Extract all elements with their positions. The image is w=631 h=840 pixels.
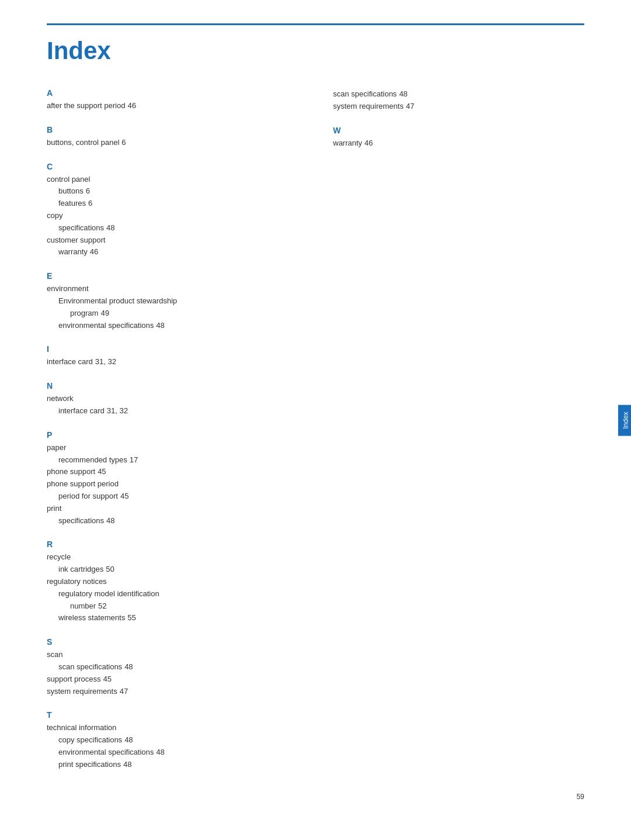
entry-interface-card: interface card31, 32: [47, 356, 298, 368]
section-w: W warranty46: [333, 126, 584, 150]
section-a: A after the support period46: [47, 88, 298, 112]
entry-network: network interface card31, 32: [47, 393, 298, 417]
letter-e: E: [47, 271, 298, 281]
section-b: B buttons, control panel6: [47, 125, 298, 149]
letter-s: S: [47, 637, 298, 647]
left-column: A after the support period46 B buttons, …: [47, 88, 298, 783]
letter-a: A: [47, 88, 298, 98]
letter-i: I: [47, 344, 298, 354]
letter-p: P: [47, 430, 298, 440]
section-r: R recycle ink cartridges50 regulatory no…: [47, 540, 298, 624]
section-i: I interface card31, 32: [47, 344, 298, 368]
entry-scan-specs-right: scan specifications48 system requirement…: [333, 88, 584, 113]
letter-n: N: [47, 381, 298, 390]
side-tab: Index: [618, 405, 631, 435]
section-n: N network interface card31, 32: [47, 381, 298, 417]
section-t: T technical information copy specificati…: [47, 710, 298, 770]
page-container: Index A after the support period46 B but…: [0, 0, 631, 818]
entry-control-panel: control panel buttons6 features6 copy sp…: [47, 174, 298, 259]
entry-environment: environment Environmental product stewar…: [47, 283, 298, 331]
letter-b: B: [47, 125, 298, 134]
top-rule: [47, 23, 584, 25]
letter-w: W: [333, 126, 584, 135]
letter-t: T: [47, 710, 298, 720]
entry-scan: scan scan specifications48 support proce…: [47, 649, 298, 697]
entry-warranty: warranty46: [333, 137, 584, 150]
page-number: 59: [577, 793, 584, 801]
letter-r: R: [47, 540, 298, 549]
section-s: S scan scan specifications48 support pro…: [47, 637, 298, 697]
section-p: P paper recommended types17 phone suppor…: [47, 430, 298, 527]
index-columns: A after the support period46 B buttons, …: [47, 88, 584, 783]
entry-technical: technical information copy specification…: [47, 722, 298, 770]
section-s-right: scan specifications48 system requirement…: [333, 88, 584, 113]
entry-after-support: after the support period46: [47, 100, 298, 112]
section-e: E environment Environmental product stew…: [47, 271, 298, 331]
entry-paper: paper recommended types17 phone support4…: [47, 442, 298, 527]
entry-buttons: buttons, control panel6: [47, 137, 298, 149]
letter-c: C: [47, 162, 298, 171]
page-title: Index: [47, 37, 584, 65]
entry-recycle: recycle ink cartridges50 regulatory noti…: [47, 551, 298, 624]
section-c: C control panel buttons6 features6 copy …: [47, 162, 298, 259]
right-column: scan specifications48 system requirement…: [333, 88, 584, 162]
